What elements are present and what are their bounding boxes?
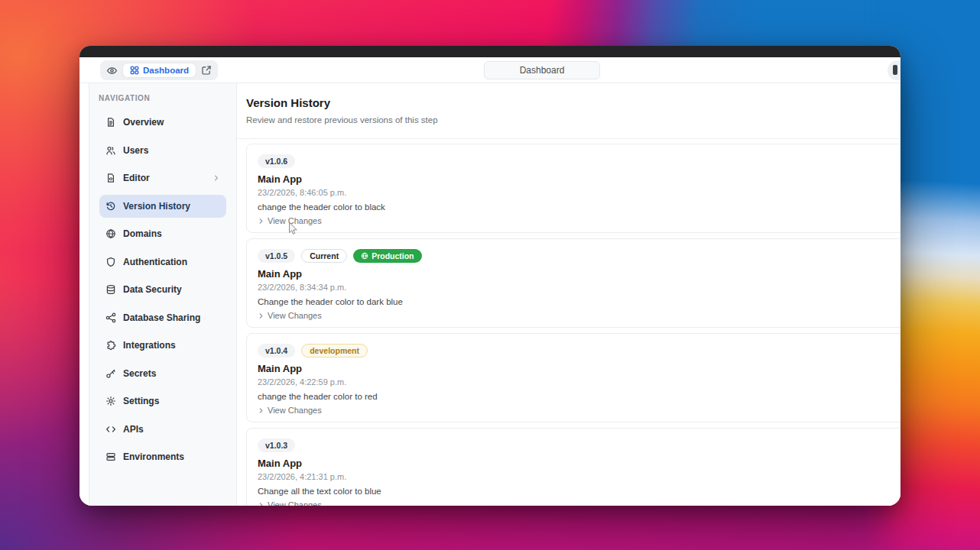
sidebar-item-label: Settings	[123, 396, 159, 406]
sidebar-item-apis[interactable]: APIs	[99, 418, 226, 441]
nav-section-label: NAVIGATION	[99, 94, 236, 102]
app-name: Main App	[258, 173, 900, 185]
file-code-icon	[105, 173, 116, 183]
chevron-right-icon	[258, 312, 264, 319]
app-name: Main App	[258, 458, 900, 469]
sidebar-item-label: APIs	[123, 424, 144, 435]
current-badge: Current	[301, 249, 347, 263]
view-changes-label: View Changes	[268, 216, 322, 225]
sidebar-item-settings[interactable]: Settings	[99, 390, 226, 412]
view-changes-button[interactable]: View Changes	[258, 406, 322, 415]
sidebar: NAVIGATION Overview Users Editor Versi	[89, 83, 237, 506]
timestamp: 23/2/2026, 8:34:34 p.m.	[258, 283, 900, 293]
version-description: Change the header color to dark blue	[258, 297, 900, 307]
user-avatar-button[interactable]	[888, 60, 900, 80]
sidebar-item-version-history[interactable]: Version History	[99, 195, 226, 218]
version-badge: v1.0.5	[258, 249, 295, 263]
version-badge: v1.0.6	[258, 154, 295, 168]
sidebar-item-label: Integrations	[123, 340, 176, 351]
sidebar-item-authentication[interactable]: Authentication	[99, 251, 226, 273]
puzzle-icon	[105, 340, 116, 351]
chevron-right-icon	[258, 218, 264, 225]
version-card: v1.0.4 development Main App 23/2/2026, 4…	[246, 333, 900, 422]
chevron-right-icon	[258, 502, 264, 506]
toolbar: Dashboard Dashboard	[80, 57, 900, 83]
key-icon	[105, 368, 116, 379]
share-icon	[105, 312, 116, 323]
sidebar-item-label: Version History	[123, 201, 190, 212]
production-badge: Production	[353, 249, 421, 263]
sidebar-item-data-security[interactable]: Data Security	[99, 278, 226, 301]
page-title: Version History	[246, 96, 900, 110]
view-changes-label: View Changes	[268, 406, 322, 415]
server-icon	[105, 451, 116, 462]
dashboard-pill-label: Dashboard	[143, 66, 189, 75]
database-icon	[105, 284, 116, 295]
version-badge: v1.0.3	[258, 438, 295, 452]
preview-toggle-group: Dashboard	[100, 60, 218, 80]
version-description: Change all the text color to blue	[258, 487, 900, 497]
app-name: Main App	[258, 268, 900, 280]
gear-icon	[105, 396, 116, 406]
globe-icon	[361, 252, 368, 260]
version-badge: v1.0.4	[258, 344, 295, 358]
timestamp: 23/2/2026, 4:22:59 p.m.	[258, 377, 900, 387]
chevron-right-icon	[258, 407, 264, 414]
dashboard-tab-button[interactable]: Dashboard	[484, 61, 600, 79]
window-titlebar[interactable]	[80, 46, 900, 57]
users-icon	[105, 145, 116, 156]
dashboard-tab-label: Dashboard	[520, 65, 565, 76]
sidebar-item-overview[interactable]: Overview	[99, 111, 226, 134]
sidebar-item-environments[interactable]: Environments	[99, 445, 226, 468]
sidebar-item-label: Authentication	[123, 257, 187, 267]
sidebar-item-label: Environments	[123, 451, 184, 462]
main-panel: Version History Review and restore previ…	[237, 83, 900, 506]
timestamp: 23/2/2026, 4:21:31 p.m.	[258, 472, 900, 482]
sidebar-item-secrets[interactable]: Secrets	[99, 362, 226, 385]
divider	[237, 138, 900, 139]
globe-icon	[105, 228, 116, 239]
left-gutter	[80, 83, 89, 506]
window-content: NAVIGATION Overview Users Editor Versi	[80, 83, 900, 506]
page-subtitle: Review and restore previous versions of …	[246, 115, 900, 125]
code-icon	[105, 424, 116, 435]
development-badge: development	[301, 344, 368, 358]
sidebar-item-label: Users	[123, 145, 148, 156]
version-description: change the header color to black	[258, 202, 900, 212]
avatar	[893, 65, 897, 75]
chevron-right-icon	[213, 174, 220, 182]
sidebar-item-database-sharing[interactable]: Database Sharing	[99, 306, 226, 329]
document-icon	[105, 117, 116, 128]
sidebar-item-label: Data Security	[123, 284, 182, 295]
sidebar-item-editor[interactable]: Editor	[99, 167, 226, 189]
sidebar-item-label: Editor	[123, 173, 150, 183]
sidebar-item-label: Domains	[123, 228, 162, 239]
desktop: Dashboard Dashboard NAVIGATION Overview	[0, 0, 980, 550]
timestamp: 23/2/2026, 8:46:05 p.m.	[258, 188, 900, 198]
view-changes-label: View Changes	[268, 311, 322, 320]
external-link-icon[interactable]	[201, 65, 212, 76]
view-changes-button[interactable]: View Changes	[258, 500, 322, 506]
grid-icon	[130, 66, 139, 75]
app-name: Main App	[258, 363, 900, 374]
production-badge-label: Production	[372, 252, 414, 260]
sidebar-item-label: Overview	[123, 117, 164, 128]
sidebar-item-integrations[interactable]: Integrations	[99, 334, 226, 357]
sidebar-item-label: Database Sharing	[123, 312, 200, 323]
sidebar-item-domains[interactable]: Domains	[99, 222, 226, 245]
view-changes-button[interactable]: View Changes	[258, 311, 322, 320]
version-card: v1.0.5 Current Production Main App 23/2/…	[246, 238, 900, 328]
view-changes-label: View Changes	[268, 500, 322, 506]
view-changes-button[interactable]: View Changes	[258, 216, 322, 225]
sidebar-item-users[interactable]: Users	[99, 139, 226, 162]
eye-icon[interactable]	[106, 65, 118, 76]
version-card: v1.0.6 Main App 23/2/2026, 8:46:05 p.m. …	[246, 144, 900, 233]
history-icon	[105, 201, 116, 212]
app-window: Dashboard Dashboard NAVIGATION Overview	[80, 46, 900, 506]
dashboard-pill-button[interactable]: Dashboard	[123, 63, 196, 77]
version-description: change the header color to red	[258, 392, 900, 402]
shield-icon	[105, 257, 116, 267]
sidebar-item-label: Secrets	[123, 368, 156, 379]
version-card: v1.0.3 Main App 23/2/2026, 4:21:31 p.m. …	[246, 428, 900, 506]
